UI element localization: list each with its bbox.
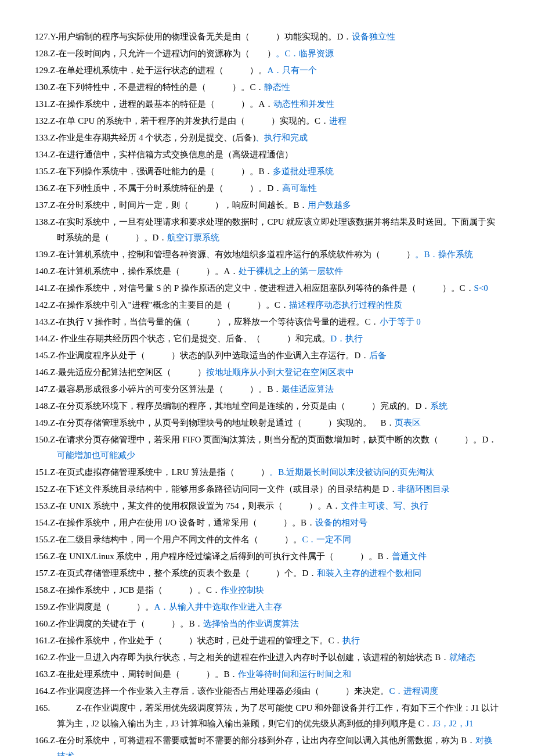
question-text: 作业调度程序从处于（ ）状态的队列中选取适当的作业调入主存运行。D．: [58, 351, 369, 360]
question-text: 在操作系统中引入"进程"概念的主要目的是（ ）。C．: [58, 300, 288, 309]
question-number: 145.: [35, 351, 50, 360]
question-prefix: Z-: [50, 736, 58, 745]
question-text: 在页式虚拟存储管理系统中，LRU 算法是指（ ）: [58, 467, 269, 477]
question-number: 160.: [35, 619, 50, 628]
question-text: 在操作系统中，用户在使用 I/O 设备时，通常采用（ ）。B．: [58, 518, 315, 527]
question-item: 132.Z-在单 CPU 的系统中，若干程序的并发执行是由（ ）实现的。C．进程: [35, 113, 499, 129]
question-prefix: Z-: [50, 116, 58, 125]
question-prefix: Z-: [50, 552, 58, 561]
question-prefix: Y-: [50, 32, 58, 41]
question-text: 在执行 V 操作时，当信号量的值（ ），应释放一个等待该信号量的进程。C．: [58, 317, 379, 326]
question-item: 139.Z-在计算机系统中，控制和管理各种资源、有效地组织多道程序运行的系统软件…: [35, 247, 499, 262]
answer-text: 设备的相对号: [315, 518, 367, 527]
question-text: 在 UNIX 系统中，某文件的使用权限设置为 754，则表示（ ）。A．: [58, 501, 341, 510]
question-number: 148.: [35, 401, 50, 411]
question-prefix: Z-: [50, 334, 58, 343]
question-prefix: Z-: [50, 384, 58, 394]
question-prefix: Z-: [50, 568, 58, 578]
question-text: 在操作系统中，对信号量 S 的 P 操作原语的定义中，使进程进入相应阻塞队列等待…: [58, 283, 474, 293]
question-item: 162.Z-作业一旦进入内存即为执行状态，与之相关的进程在作业进入内存时予以创建…: [35, 650, 499, 665]
question-number: 146.: [35, 368, 50, 377]
question-prefix: Z-: [50, 602, 58, 611]
question-item: 165. Z-在作业调度中，若采用优先级调度算法，为了尽可能使 CPU 和外部设…: [35, 700, 499, 732]
answer-text: 非循环图目录: [398, 484, 450, 494]
question-item: 159.Z-作业调度是（ ）。A．从输入井中选取作业进入主存: [35, 599, 499, 615]
question-item: 141.Z-在操作系统中，对信号量 S 的 P 操作原语的定义中，使进程进入相应…: [35, 280, 499, 296]
question-text: 在 UNIX/Linux 系统中，用户程序经过编译之后得到的可执行文件属于（ ）…: [58, 552, 392, 561]
question-text: 最容易形成很多小碎片的可变分区算法是（ ）。B．: [58, 384, 282, 394]
question-number: 164.: [35, 686, 50, 696]
question-number: 137.: [35, 200, 50, 210]
question-number: 149.: [35, 418, 50, 427]
question-number: 134.: [35, 150, 50, 159]
question-prefix: Z-: [50, 418, 58, 427]
question-item: 140.Z-在计算机系统中，操作系统是（ ）。A．处于裸机之上的第一层软件: [35, 264, 499, 279]
question-prefix: Z-: [50, 82, 58, 92]
answer-text: 航空订票系统: [167, 233, 219, 242]
question-number: 143.: [35, 317, 50, 326]
question-number: 127.: [35, 32, 50, 41]
question-text: 在下列性质中，不属于分时系统特征的是（ ）。D．: [58, 183, 282, 193]
question-number: 162.: [35, 653, 50, 662]
question-item: 134.Z-在进行通信中，实样信箱方式交换信息的是（高级进程通信）: [35, 147, 499, 163]
answer-text: 。B．操作系统: [415, 250, 473, 259]
question-item: 147.Z-最容易形成很多小碎片的可变分区算法是（ ）。B．最佳适应算法: [35, 381, 499, 397]
question-number: 136.: [35, 183, 50, 193]
question-item: 135.Z-在下列操作系统中，强调吞吐能力的是（ ）。B．多道批处理系统: [35, 164, 499, 179]
question-prefix: Z-: [50, 435, 58, 444]
question-prefix: Z-: [50, 66, 58, 75]
question-number: 157.: [35, 568, 50, 578]
question-prefix: Z-: [50, 368, 58, 377]
question-prefix: Z-: [50, 518, 58, 527]
question-prefix: Z-: [50, 133, 58, 142]
question-text: 在分页系统环境下，程序员编制的程序，其地址空间是连续的，分页是由（ ）完成的。D…: [58, 401, 430, 411]
answer-text: 执行: [342, 636, 360, 645]
answer-text: 后备: [369, 351, 387, 360]
question-item: 164.Z-作业调度选择一个作业装入主存后，该作业能否占用处理器必须由（ ）来决…: [35, 683, 499, 699]
answer-text: 系统: [430, 401, 448, 411]
question-prefix: Z-: [50, 183, 58, 193]
answer-text: A．从输入井中选取作业进入主存: [154, 602, 282, 611]
question-text: 在单处理机系统中，处于运行状态的进程（ ）。: [58, 66, 267, 75]
question-text: 在批处理系统中，周转时间是（ ）。B．: [58, 669, 238, 679]
question-prefix: Z-: [50, 217, 58, 226]
question-item: 144.Z- 作业生存期共经历四个状态，它们是提交、后备、（ ）和完成。D．执行: [35, 331, 499, 347]
question-prefix: Z-: [50, 250, 58, 259]
question-text: 在分时系统中，时间片一定，则（ ），响应时间越长。B．: [58, 200, 308, 210]
question-item: 138.Z-在实时系统中，一旦有处理请求和要求处理的数据时，CPU 就应该立即处…: [35, 214, 499, 246]
question-text: 在页式存储管理系统中，整个系统的页表个数是（ ）个。D．: [58, 568, 317, 578]
question-number: 129.: [35, 66, 50, 75]
question-item: 155.Z-在二级目录结构中，同一个用户不同文件的文件名（ ）。C．一定不同: [35, 532, 499, 548]
question-text: 在计算机系统中，控制和管理各种资源、有效地组织多道程序运行的系统软件称为（ ）: [58, 250, 415, 259]
question-number: 166.: [35, 736, 50, 745]
question-item: 153.Z-在 UNIX 系统中，某文件的使用权限设置为 754，则表示（ ）。…: [35, 498, 499, 514]
question-prefix: Z-: [50, 585, 58, 595]
question-item: 136.Z-在下列性质中，不属于分时系统特征的是（ ）。D．高可靠性: [35, 181, 499, 196]
question-number: 133.: [35, 133, 50, 142]
question-text: 在单 CPU 的系统中，若干程序的并发执行是由（ ）实现的。C．: [58, 116, 329, 125]
question-prefix: Z-: [50, 300, 58, 309]
question-text: 在操作系统中，作业处于（ ）状态时，已处于进程的管理之下。C．: [58, 636, 342, 645]
answer-text: 和装入主存的进程个数相同: [317, 568, 421, 578]
question-text: 用户编制的程序与实际使用的物理设备无关是由（ ）功能实现的。D．: [58, 32, 352, 41]
question-prefix: Z-: [50, 467, 58, 477]
question-prefix: Z-: [50, 669, 58, 679]
answer-text: 就绪态: [449, 653, 475, 662]
question-item: 129.Z-在单处理机系统中，处于运行状态的进程（ ）。A．只有一个: [35, 63, 499, 78]
question-number: 147.: [35, 384, 50, 394]
question-item: 156.Z-在 UNIX/Linux 系统中，用户程序经过编译之后得到的可执行文…: [35, 549, 499, 564]
question-text: 在下列操作系统中，强调吞吐能力的是（ ）。B．: [58, 167, 273, 176]
question-number: 139.: [35, 250, 50, 259]
question-item: 145.Z-作业调度程序从处于（ ）状态的队列中选取适当的作业调入主存运行。D．…: [35, 348, 499, 363]
answer-text: A．只有一个: [267, 66, 317, 75]
question-number: 138.: [35, 217, 50, 226]
question-number: 140.: [35, 267, 50, 276]
question-prefix: Z-: [50, 501, 58, 510]
question-prefix: Z-: [50, 401, 58, 411]
question-prefix: Z-: [50, 535, 58, 544]
answer-text: S<0: [474, 283, 488, 293]
question-item: 161.Z-在操作系统中，作业处于（ ）状态时，已处于进程的管理之下。C．执行: [35, 633, 499, 649]
question-text: 在进行通信中，实样信箱方式交换信息的是（高级进程通信）: [58, 150, 293, 159]
question-item: 133.Z-作业是生存期共经历 4 个状态，分别是提交、(后备)、执行和完成: [35, 130, 499, 146]
question-item: 149.Z-在分页存储管理系统中，从页号到物理块号的地址映射是通过（ ）实现的。…: [35, 415, 499, 431]
